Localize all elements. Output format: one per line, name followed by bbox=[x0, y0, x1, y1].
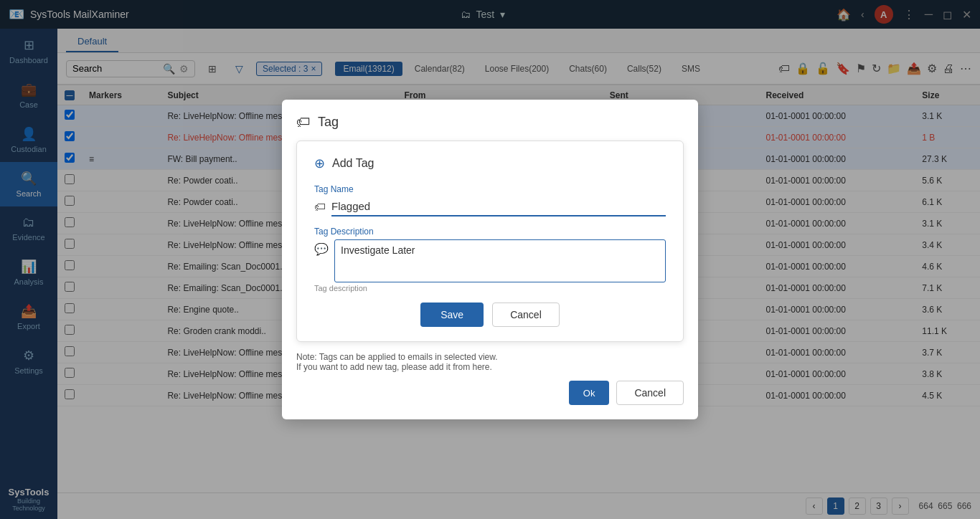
add-tag-title: Add Tag bbox=[332, 157, 374, 170]
add-tag-actions: Save Cancel bbox=[314, 303, 666, 327]
tag-outer-actions: Ok Cancel bbox=[296, 381, 684, 405]
tag-dialog: 🏷 Tag ⊕ Add Tag Tag Name 🏷 Tag Descripti… bbox=[282, 100, 698, 419]
tag-dialog-header: 🏷 Tag bbox=[296, 114, 684, 130]
tag-name-input[interactable] bbox=[331, 197, 666, 216]
cancel-outer-button[interactable]: Cancel bbox=[616, 381, 684, 405]
tag-desc-row: 💬 Investigate Later bbox=[314, 239, 666, 282]
tag-desc-label: Tag Description bbox=[314, 227, 666, 237]
tag-header-icon: 🏷 bbox=[296, 114, 311, 130]
tag-note-text: Note: Tags can be applied to emails in s… bbox=[296, 352, 684, 372]
ok-button[interactable]: Ok bbox=[569, 381, 610, 405]
modal-overlay: 🏷 Tag ⊕ Add Tag Tag Name 🏷 Tag Descripti… bbox=[0, 0, 980, 519]
tag-dialog-title: Tag bbox=[318, 115, 339, 130]
tag-name-field: Tag Name 🏷 bbox=[314, 184, 666, 216]
save-button[interactable]: Save bbox=[420, 303, 484, 327]
tag-desc-icon: 💬 bbox=[314, 242, 329, 256]
tag-name-label: Tag Name bbox=[314, 184, 666, 194]
tag-field-icon: 🏷 bbox=[314, 201, 326, 214]
add-tag-header: ⊕ Add Tag bbox=[314, 156, 666, 171]
tag-desc-input[interactable]: Investigate Later bbox=[334, 239, 666, 282]
tag-desc-field: Tag Description 💬 Investigate Later Tag … bbox=[314, 227, 666, 292]
add-tag-dialog: ⊕ Add Tag Tag Name 🏷 Tag Description 💬 I… bbox=[296, 141, 684, 342]
plus-circle-icon: ⊕ bbox=[314, 156, 325, 171]
cancel-inner-button[interactable]: Cancel bbox=[492, 303, 560, 327]
tag-name-row: 🏷 bbox=[314, 197, 666, 216]
tag-desc-hint: Tag description bbox=[314, 284, 666, 292]
